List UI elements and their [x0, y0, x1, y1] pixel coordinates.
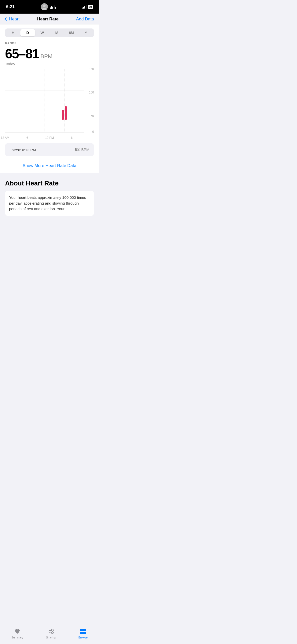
add-data-button[interactable]: Add Data — [76, 17, 94, 22]
chart-area — [5, 69, 84, 133]
y-label-0: 0 — [85, 130, 94, 134]
about-title: About Heart Rate — [5, 179, 94, 187]
x-label-12pm: 12 PM — [45, 136, 54, 140]
latest-reading-card: Latest: 6:12 PM 68 BPM — [5, 143, 94, 156]
now-playing-pill[interactable] — [37, 2, 59, 12]
x-label-6pm: 6 — [71, 136, 73, 140]
range-label: RANGE — [5, 42, 94, 45]
status-indicators: 39 — [82, 5, 93, 9]
chevron-left-icon — [5, 17, 8, 21]
audio-wave-icon — [50, 5, 56, 9]
time-range-selector: HDWM6MY — [5, 28, 94, 37]
time-btn-6m[interactable]: 6M — [64, 29, 79, 36]
back-button[interactable]: Heart — [5, 17, 20, 22]
grid-vline-6 — [25, 69, 25, 132]
latest-value: 68 BPM — [74, 147, 89, 152]
page-title: Heart Rate — [37, 17, 58, 22]
heart-rate-chart: 150 100 50 0 12 AM 6 12 PM 6 — [5, 69, 94, 140]
about-section: About Heart Rate Your heart beats approx… — [0, 173, 99, 220]
status-bar: 6:21 39 — [0, 0, 99, 14]
main-content: HDWM6MY RANGE 65–81 BPM Today 150 100 50… — [0, 24, 99, 173]
grid-line-0 — [5, 132, 84, 133]
signal-icon — [82, 5, 86, 9]
y-label-100: 100 — [85, 91, 94, 94]
grid-vline-12pm — [45, 69, 45, 132]
bpm-display: 65–81 BPM — [5, 46, 94, 61]
time-btn-h[interactable]: H — [6, 29, 20, 36]
time-btn-d[interactable]: D — [20, 29, 35, 36]
chart-bar-1 — [62, 110, 64, 120]
bpm-unit: BPM — [41, 53, 53, 60]
time-btn-y[interactable]: Y — [79, 29, 93, 36]
status-time: 6:21 — [6, 4, 15, 9]
bpm-value: 65–81 — [5, 46, 39, 61]
now-playing-avatar — [41, 3, 48, 10]
grid-vline-12am — [5, 69, 5, 132]
nav-bar: Heart Heart Rate Add Data — [0, 14, 99, 24]
x-label-6: 6 — [26, 136, 28, 140]
about-card: Your heart beats approximately 100,000 t… — [5, 191, 94, 216]
battery-icon: 39 — [88, 5, 93, 9]
svg-point-1 — [43, 5, 46, 7]
grid-vline-6pm — [64, 69, 64, 132]
chart-bar-2 — [65, 106, 67, 120]
time-btn-w[interactable]: W — [35, 29, 50, 36]
show-more-button[interactable]: Show More Heart Rate Data — [5, 160, 94, 173]
time-btn-m[interactable]: M — [49, 29, 64, 36]
about-text: Your heart beats approximately 100,000 t… — [9, 195, 90, 212]
y-label-50: 50 — [85, 114, 94, 118]
y-label-150: 150 — [85, 67, 94, 71]
latest-label: Latest: 6:12 PM — [10, 148, 36, 152]
date-label: Today — [5, 62, 94, 66]
x-label-12am: 12 AM — [1, 136, 9, 140]
